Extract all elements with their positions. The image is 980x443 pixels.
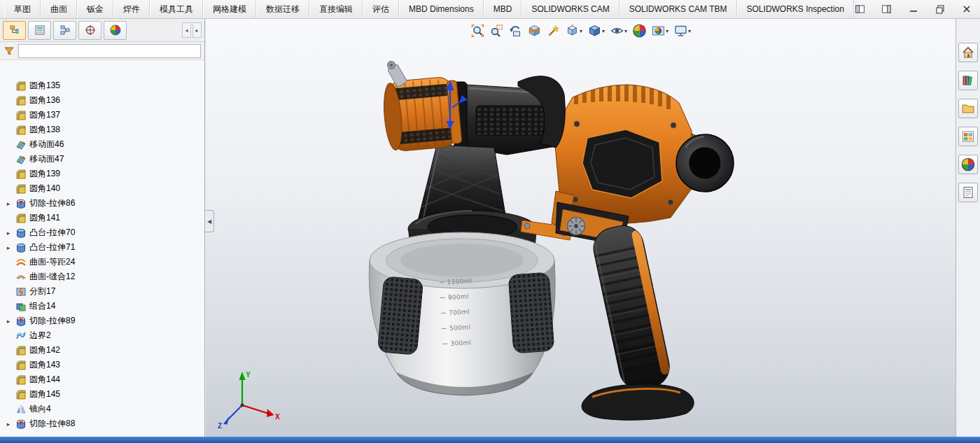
tab-mesh-modeling[interactable]: 网格建模 <box>203 0 256 18</box>
minimize-icon <box>909 4 918 14</box>
appearances-icon <box>961 157 975 171</box>
tree-item[interactable]: 圆角138 <box>0 122 204 137</box>
view-settings-button[interactable]: ▾ <box>673 22 692 39</box>
tab-surfaces[interactable]: 曲面 <box>41 0 77 18</box>
design-library-button[interactable] <box>958 71 978 90</box>
expand-arrow-icon[interactable]: ▸ <box>4 244 13 251</box>
tree-item[interactable]: 圆角145 <box>0 387 204 402</box>
tree-item[interactable]: ▸切除-拉伸89 <box>0 314 204 328</box>
dropdown-caret-icon[interactable]: ▾ <box>666 28 668 34</box>
tab-evaluate[interactable]: 评估 <box>363 0 399 18</box>
tree-item[interactable]: 曲面-缝合12 <box>0 269 204 284</box>
tree-item[interactable]: 移动面47 <box>0 152 204 167</box>
tree-item[interactable]: ▸凸台-拉伸71 <box>0 240 204 255</box>
tree-item[interactable]: 圆角139 <box>0 167 204 181</box>
tree-item[interactable]: 分割17 <box>0 284 204 299</box>
tree-item[interactable]: 圆角135 <box>0 78 204 93</box>
custom-properties-button[interactable] <box>958 183 978 202</box>
close-button[interactable] <box>960 3 973 15</box>
tree-item[interactable]: 圆角137 <box>0 108 204 122</box>
dropdown-caret-icon[interactable]: ▾ <box>624 28 627 34</box>
dimxpertmanager-tab[interactable] <box>78 21 102 40</box>
dropdown-caret-icon[interactable]: ▾ <box>580 28 582 34</box>
dynamic-annotation-view-button[interactable] <box>545 22 561 39</box>
tree-item[interactable]: 圆角141 <box>0 211 204 225</box>
propertymanager-tab[interactable] <box>28 21 51 40</box>
zoom-to-fit-icon <box>470 24 484 38</box>
edit-appearance-button[interactable] <box>631 22 647 39</box>
zoom-to-area-button[interactable] <box>489 22 504 39</box>
tree-item[interactable]: ▸切除-拉伸86 <box>0 196 204 211</box>
tree-item[interactable]: 移动面46 <box>0 137 204 152</box>
previous-view-button[interactable] <box>507 22 523 39</box>
fillet-icon <box>15 183 27 195</box>
featuremanager-tab[interactable] <box>3 21 26 40</box>
tree-item-label: 移动面47 <box>29 152 64 167</box>
status-bar <box>0 437 980 443</box>
home-button[interactable] <box>958 43 978 62</box>
tree-item[interactable]: 圆角142 <box>0 343 204 358</box>
tab-mbd[interactable]: MBD <box>484 0 522 18</box>
zoom-to-fit-button[interactable] <box>470 22 485 39</box>
tab-solidworks-inspection[interactable]: SOLIDWORKS Inspection <box>737 0 854 18</box>
tree-item[interactable]: 圆角136 <box>0 93 204 108</box>
minimize-button[interactable] <box>907 3 920 15</box>
apply-scene-button[interactable]: ▾ <box>650 22 669 39</box>
appearances-button[interactable] <box>958 155 978 174</box>
fillet-icon <box>15 80 27 92</box>
dropdown-caret-icon[interactable]: ▾ <box>688 28 691 34</box>
tab-weldments[interactable]: 焊件 <box>113 0 150 18</box>
tab-scroll-left-button[interactable]: ◂ <box>182 22 191 38</box>
configurationmanager-tab[interactable] <box>53 21 76 40</box>
paint-cup[interactable]: 1100ml 900ml 700ml 500ml 300ml <box>369 232 555 395</box>
tab-sheet-metal[interactable]: 钣金 <box>77 0 113 18</box>
section-view-button[interactable] <box>526 22 542 39</box>
display-style-button[interactable]: ▾ <box>587 22 606 39</box>
tab-scroll-right-button[interactable]: ▸ <box>192 22 202 38</box>
cut-extrude-icon <box>15 198 27 209</box>
tree-item[interactable]: ▸凸台-拉伸70 <box>0 225 204 240</box>
panel-toggle-left-button[interactable] <box>854 3 867 15</box>
tab-direct-editing[interactable]: 直接编辑 <box>309 0 363 18</box>
tree-item[interactable]: 圆角144 <box>0 372 204 387</box>
tree-item-label: 圆角144 <box>29 372 60 387</box>
triad-z-label: Z <box>218 422 222 430</box>
tab-sketch[interactable]: 草图 <box>4 0 41 18</box>
zoom-to-area-icon <box>489 24 503 38</box>
view-palette-button[interactable] <box>958 127 978 146</box>
expand-arrow-icon[interactable]: ▸ <box>4 318 13 325</box>
fillet-icon <box>15 345 27 356</box>
tree-filter-input[interactable] <box>18 44 201 58</box>
air-inlet-cap[interactable] <box>676 134 734 192</box>
spray-nozzle[interactable] <box>384 59 407 87</box>
tree-item[interactable]: 边界2 <box>0 328 204 343</box>
orientation-triad: Y X Z <box>218 371 280 430</box>
graphics-area[interactable]: ▾ ▾ ▾ <box>206 19 955 437</box>
tree-item[interactable]: 圆角140 <box>0 181 204 196</box>
tree-item[interactable]: 曲面-等距24 <box>0 255 204 269</box>
svg-text:700ml: 700ml <box>449 308 470 316</box>
dropdown-caret-icon[interactable]: ▾ <box>602 28 605 34</box>
file-explorer-button[interactable] <box>958 99 978 118</box>
view-orientation-button[interactable]: ▾ <box>564 22 583 39</box>
panel-collapse-handle[interactable]: ◀ <box>205 210 214 232</box>
tab-solidworks-cam-tbm[interactable]: SOLIDWORKS CAM TBM <box>620 0 737 18</box>
trigger-knob[interactable] <box>568 218 585 235</box>
tree-item[interactable]: 组合14 <box>0 299 204 314</box>
tree-item[interactable]: 镜向4 <box>0 402 204 416</box>
restore-button[interactable] <box>934 3 946 15</box>
expand-arrow-icon[interactable]: ▸ <box>4 230 13 237</box>
expand-arrow-icon[interactable]: ▸ <box>4 421 13 428</box>
hide-show-items-button[interactable]: ▾ <box>609 22 628 39</box>
tree-item[interactable]: ▸切除-拉伸88 <box>0 416 204 431</box>
expand-arrow-icon[interactable]: ▸ <box>4 200 13 207</box>
tab-data-migration[interactable]: 数据迁移 <box>256 0 309 18</box>
displaymanager-tab[interactable] <box>104 21 127 40</box>
tab-solidworks-cam[interactable]: SOLIDWORKS CAM <box>522 0 619 18</box>
tree-item[interactable]: 圆角143 <box>0 358 204 372</box>
mirror-icon <box>15 404 27 415</box>
panel-toggle-right-button[interactable] <box>881 3 893 15</box>
spray-gun-model[interactable]: 1100ml 900ml 700ml 500ml 300ml <box>206 19 955 437</box>
tab-mold-tools[interactable]: 模具工具 <box>150 0 203 18</box>
tab-mbd-dimensions[interactable]: MBD Dimensions <box>399 0 484 18</box>
